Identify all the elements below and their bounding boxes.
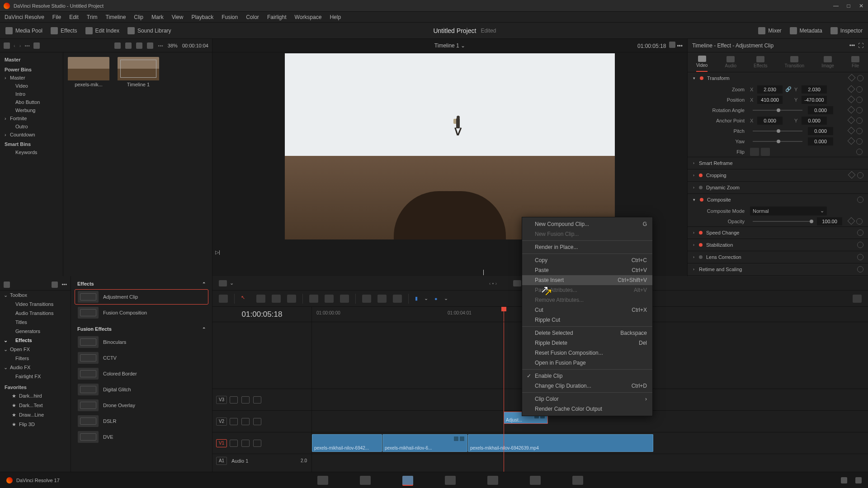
maximize-button[interactable]: □ bbox=[845, 3, 852, 9]
mixer-button[interactable]: Mixer bbox=[758, 27, 781, 34]
menu-fusion[interactable]: Fusion bbox=[222, 14, 238, 20]
menu-workspace[interactable]: Workspace bbox=[295, 14, 322, 20]
bin-werbung[interactable]: Werbung bbox=[0, 106, 63, 114]
ctx-enable-clip[interactable]: Enable Clip bbox=[522, 371, 652, 381]
auto-select-icon[interactable] bbox=[241, 396, 250, 404]
clip-1[interactable]: pexels-mikhail-nilov-6942... bbox=[312, 434, 382, 452]
fx-adjustment-clip[interactable]: Adjustment Clip bbox=[75, 289, 208, 305]
ctx-render-in-place-[interactable]: Render in Place... bbox=[522, 242, 652, 252]
fav-item[interactable]: ★Dark...hird bbox=[0, 391, 71, 401]
flip-h-button[interactable] bbox=[750, 148, 759, 156]
bin-fortnite[interactable]: Fortnite bbox=[0, 114, 63, 122]
minimize-button[interactable]: — bbox=[833, 3, 839, 9]
metadata-button[interactable]: Metadata bbox=[790, 27, 822, 34]
master-bin[interactable]: Master bbox=[0, 55, 63, 64]
fxcat-audio-transitions[interactable]: Audio Transitions bbox=[0, 309, 71, 318]
page-fairlight-icon[interactable] bbox=[530, 476, 541, 485]
track-header-v3[interactable]: V3 bbox=[212, 389, 311, 410]
fairlightfx-cat[interactable]: Fairlight FX bbox=[0, 372, 71, 381]
fx-digital-glitch[interactable]: Digital Glitch bbox=[75, 382, 208, 397]
fx-fusion-composition[interactable]: Fusion Composition bbox=[75, 305, 208, 320]
ctx-ripple-delete[interactable]: Ripple DeleteDel bbox=[522, 338, 652, 348]
ctx-paste[interactable]: PasteCtrl+V bbox=[522, 265, 652, 275]
keyframe-icon[interactable] bbox=[848, 74, 856, 82]
ctx-change-clip-duration-[interactable]: Change Clip Duration...Ctrl+D bbox=[522, 381, 652, 391]
bin-intro[interactable]: Intro bbox=[0, 90, 63, 98]
effects-group[interactable]: Effects⌃ bbox=[75, 279, 208, 289]
filters-cat[interactable]: Filters bbox=[0, 354, 71, 363]
bin-master[interactable]: Master bbox=[0, 74, 63, 82]
openfx-cat[interactable]: Open FX bbox=[0, 345, 71, 354]
overwrite-clip-icon[interactable] bbox=[325, 295, 334, 303]
pool-sort-icon[interactable] bbox=[33, 42, 40, 49]
section-transform[interactable]: ▾ Transform bbox=[688, 72, 868, 84]
playhead-icon[interactable] bbox=[504, 322, 504, 472]
anchor-x[interactable] bbox=[757, 117, 783, 125]
blade-tool-icon[interactable] bbox=[272, 295, 281, 303]
menu-view[interactable]: View bbox=[172, 14, 184, 20]
ctx-clip-color[interactable]: Clip Color bbox=[522, 394, 652, 404]
menu-file[interactable]: File bbox=[52, 14, 61, 20]
section-composite[interactable]: ▾Composite bbox=[688, 194, 868, 206]
fx-cctv[interactable]: CCTV bbox=[75, 350, 208, 366]
effects-cat[interactable]: Effects bbox=[0, 336, 71, 345]
fx-colored-border[interactable]: Colored Border bbox=[75, 366, 208, 381]
menu-timeline[interactable]: Timeline bbox=[105, 14, 126, 20]
keywords-bin[interactable]: Keywords bbox=[0, 148, 63, 156]
menu-davinci-resolve[interactable]: DaVinci Resolve bbox=[5, 14, 44, 20]
section-retime[interactable]: ›Retime and Scaling bbox=[688, 263, 868, 275]
ctx-reset-fusion-composition-[interactable]: Reset Fusion Composition... bbox=[522, 348, 652, 358]
bin-countdown[interactable]: Countdown bbox=[0, 131, 63, 139]
page-fusion-icon[interactable] bbox=[445, 476, 456, 485]
clip-3[interactable]: pexels-mikhail-nilov-6942639.mp4 bbox=[468, 434, 653, 452]
tl-opts-icon[interactable] bbox=[219, 295, 228, 303]
toolbox-cat[interactable]: Toolbox bbox=[0, 291, 71, 300]
ctx-ripple-cut[interactable]: Ripple Cut bbox=[522, 315, 652, 325]
lock-icon[interactable] bbox=[230, 396, 238, 404]
zoom-y[interactable] bbox=[802, 85, 827, 94]
ctx-delete-selected[interactable]: Delete SelectedBackspace bbox=[522, 328, 652, 338]
media-pool-button[interactable]: Media Pool bbox=[5, 27, 42, 34]
viewer-title[interactable]: Timeline 1 bbox=[434, 42, 459, 49]
page-edit-icon[interactable] bbox=[402, 476, 413, 485]
menu-help[interactable]: Help bbox=[330, 14, 341, 20]
lock-tool-icon[interactable] bbox=[393, 295, 402, 303]
replace-clip-icon[interactable] bbox=[340, 295, 349, 303]
visible-icon[interactable] bbox=[253, 396, 261, 404]
menu-trim[interactable]: Trim bbox=[87, 14, 98, 20]
clip-2[interactable]: pexels-mikhail-nilov-6... bbox=[382, 434, 467, 452]
bin-outro[interactable]: Outro bbox=[0, 122, 63, 131]
fx-dve[interactable]: DVE bbox=[75, 429, 208, 445]
edit-index-button[interactable]: Edit Index bbox=[85, 27, 119, 34]
fusion-effects-group[interactable]: Fusion Effects⌃ bbox=[75, 324, 208, 334]
first-frame-icon[interactable] bbox=[513, 280, 521, 286]
search-icon[interactable] bbox=[136, 42, 142, 49]
section-cropping[interactable]: ›Cropping bbox=[688, 169, 868, 181]
menu-edit[interactable]: Edit bbox=[69, 14, 79, 20]
page-deliver-icon[interactable] bbox=[572, 476, 583, 485]
play-mode-icon[interactable]: ▷| bbox=[215, 249, 220, 255]
menu-clip[interactable]: Clip bbox=[134, 14, 143, 20]
ctx-render-cache-color-output[interactable]: Render Cache Color Output bbox=[522, 404, 652, 414]
pool-menu-icon[interactable] bbox=[4, 42, 10, 49]
thumb-1[interactable]: Timeline 1 bbox=[118, 57, 159, 87]
zoom-x[interactable] bbox=[757, 85, 783, 94]
opacity[interactable] bbox=[817, 217, 842, 225]
trim-tool-icon[interactable] bbox=[256, 295, 265, 303]
fxcat-titles[interactable]: Titles bbox=[0, 318, 71, 327]
home-icon[interactable] bbox=[841, 477, 847, 483]
section-speed[interactable]: ›Speed Change bbox=[688, 227, 868, 239]
ctx-open-in-fusion-page[interactable]: Open in Fusion Page bbox=[522, 358, 652, 368]
tab-video[interactable]: Video bbox=[696, 52, 708, 72]
viewer-opts-icon[interactable] bbox=[669, 42, 675, 48]
fx-drone-overlay[interactable]: Drone Overlay bbox=[75, 398, 208, 413]
fav-item[interactable]: ★Dark...Text bbox=[0, 401, 71, 410]
selection-tool-icon[interactable]: ↖ bbox=[241, 295, 250, 303]
fav-item[interactable]: ★Draw...Line bbox=[0, 410, 71, 420]
reset-icon[interactable] bbox=[857, 75, 863, 81]
tl-search-icon[interactable] bbox=[853, 295, 862, 303]
close-button[interactable]: ✕ bbox=[858, 3, 864, 9]
fav-item[interactable]: ★Flip 3D bbox=[0, 420, 71, 429]
filter-icon[interactable] bbox=[147, 42, 153, 49]
pos-x[interactable] bbox=[757, 96, 783, 104]
